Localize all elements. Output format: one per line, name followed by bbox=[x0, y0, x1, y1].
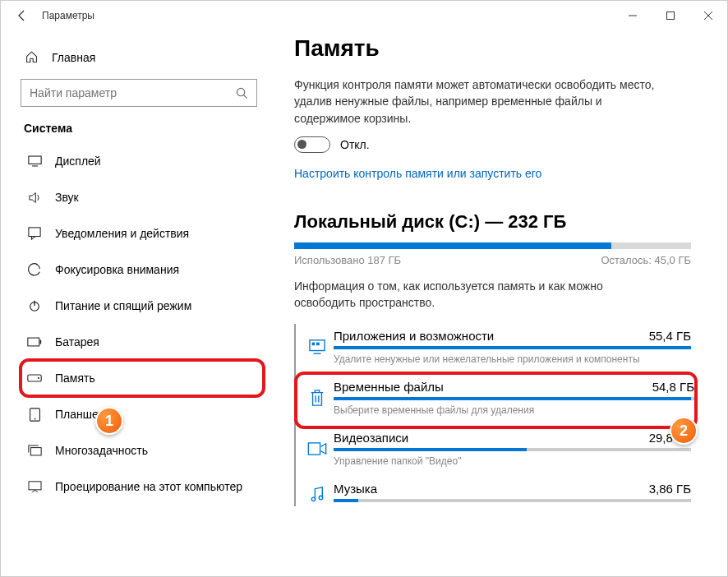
trash-icon bbox=[304, 389, 330, 407]
sidebar-item-label: Многозадачность bbox=[55, 444, 148, 457]
svg-point-4 bbox=[237, 88, 244, 95]
svg-point-24 bbox=[311, 498, 316, 502]
search-field[interactable] bbox=[30, 86, 236, 99]
category-apps[interactable]: Приложения и возможности55,4 ГБ Удалите … bbox=[296, 324, 691, 375]
svg-line-5 bbox=[244, 95, 247, 98]
configure-link[interactable]: Настроить контроль памяти или запустить … bbox=[294, 167, 541, 180]
search-input[interactable] bbox=[21, 79, 257, 107]
tablet-icon bbox=[27, 408, 42, 422]
sidebar-item-label: Проецирование на этот компьютер bbox=[55, 480, 242, 493]
window-controls bbox=[614, 2, 727, 29]
projecting-icon bbox=[27, 481, 42, 493]
sidebar-item-label: Питание и спящий режим bbox=[55, 299, 191, 312]
sidebar-item-battery[interactable]: Батарея bbox=[21, 324, 264, 360]
home-icon bbox=[24, 50, 39, 64]
svg-point-16 bbox=[34, 418, 35, 419]
focus-icon bbox=[27, 263, 42, 276]
battery-icon bbox=[27, 337, 42, 347]
info-text: Информация о том, как используется памят… bbox=[294, 278, 664, 312]
home-label: Главная bbox=[52, 51, 95, 64]
search-icon bbox=[236, 87, 248, 99]
svg-rect-11 bbox=[28, 338, 39, 346]
sidebar-item-projecting[interactable]: Проецирование на этот компьютер bbox=[21, 469, 264, 505]
notifications-icon bbox=[27, 227, 42, 240]
sidebar-item-label: Уведомления и действия bbox=[55, 227, 189, 240]
category-name: Приложения и возможности bbox=[334, 329, 494, 343]
section-title: Система bbox=[21, 122, 276, 135]
maximize-button[interactable] bbox=[652, 2, 689, 29]
svg-rect-6 bbox=[28, 156, 40, 164]
svg-rect-17 bbox=[30, 448, 41, 455]
category-desc: Управление папкой "Видео" bbox=[334, 455, 691, 467]
storage-sense-toggle[interactable] bbox=[294, 136, 330, 153]
power-icon bbox=[27, 299, 42, 312]
used-label: Использовано 187 ГБ bbox=[294, 254, 401, 266]
svg-rect-21 bbox=[312, 343, 316, 346]
display-icon bbox=[27, 155, 42, 167]
sidebar-item-label: Фокусировка внимания bbox=[55, 263, 179, 276]
category-temp-files[interactable]: Временные файлы54,8 ГБ Выберите временны… bbox=[297, 375, 694, 426]
sidebar-item-power[interactable]: Питание и спящий режим bbox=[21, 288, 264, 324]
sound-icon bbox=[27, 192, 42, 204]
svg-rect-12 bbox=[40, 340, 42, 344]
category-music[interactable]: Музыка3,86 ГБ bbox=[296, 477, 691, 506]
toggle-label: Откл. bbox=[340, 138, 370, 151]
page-title: Память bbox=[294, 35, 691, 62]
disk-heading: Локальный диск (C:) — 232 ГБ bbox=[294, 211, 691, 233]
svg-rect-1 bbox=[667, 12, 675, 20]
main-content: Память Функция контроля памяти может авт… bbox=[276, 30, 727, 577]
usage-meta: Использовано 187 ГБ Осталось: 45,0 ГБ bbox=[294, 254, 691, 266]
callout-badge-1: 1 bbox=[95, 407, 123, 435]
category-size: 3,86 ГБ bbox=[649, 482, 691, 496]
category-desc: Выберите временные файлы для удаления bbox=[334, 404, 694, 416]
sidebar-item-storage[interactable]: Память bbox=[21, 360, 264, 396]
svg-rect-23 bbox=[308, 443, 320, 455]
category-videos[interactable]: Видеозаписи29,8 ГБ Управление папкой "Ви… bbox=[296, 426, 691, 477]
storage-categories: Приложения и возможности55,4 ГБ Удалите … bbox=[294, 324, 691, 506]
minimize-button[interactable] bbox=[614, 2, 652, 29]
window-title: Параметры bbox=[42, 10, 94, 21]
sidebar-item-label: Память bbox=[55, 372, 95, 385]
sidebar-item-multitasking[interactable]: Многозадачность bbox=[21, 432, 264, 469]
category-desc: Удалите ненужные или нежелательные прило… bbox=[334, 353, 691, 365]
storage-icon bbox=[27, 374, 42, 382]
sidebar-item-focus[interactable]: Фокусировка внимания bbox=[21, 252, 264, 288]
video-icon bbox=[304, 442, 330, 455]
category-size: 54,8 ГБ bbox=[652, 380, 694, 394]
svg-point-14 bbox=[38, 377, 39, 379]
sidebar: Главная Система Дисплей Звук Уведомления… bbox=[1, 30, 276, 577]
storage-sense-description: Функция контроля памяти может автоматиче… bbox=[294, 76, 664, 127]
back-button[interactable] bbox=[11, 4, 34, 27]
multitasking-icon bbox=[27, 445, 42, 456]
category-name: Музыка bbox=[334, 482, 377, 496]
sidebar-item-notifications[interactable]: Уведомления и действия bbox=[21, 215, 264, 252]
music-icon bbox=[304, 486, 330, 502]
sidebar-item-sound[interactable]: Звук bbox=[21, 179, 264, 215]
category-name: Видеозаписи bbox=[334, 431, 408, 445]
sidebar-item-label: Батарея bbox=[55, 335, 99, 349]
category-name: Временные файлы bbox=[334, 380, 444, 394]
callout-badge-2: 2 bbox=[670, 417, 698, 445]
svg-rect-18 bbox=[29, 481, 41, 489]
svg-rect-19 bbox=[310, 340, 325, 351]
titlebar: Параметры bbox=[1, 1, 727, 30]
apps-icon bbox=[304, 339, 330, 355]
usage-bar bbox=[294, 242, 691, 249]
sidebar-item-label: Звук bbox=[55, 191, 79, 204]
svg-rect-22 bbox=[316, 343, 320, 346]
svg-rect-8 bbox=[29, 228, 40, 237]
sidebar-item-tablet[interactable]: Планшет bbox=[21, 396, 264, 432]
sidebar-item-label: Дисплей bbox=[55, 155, 101, 168]
home-link[interactable]: Главная bbox=[21, 45, 276, 79]
free-label: Осталось: 45,0 ГБ bbox=[601, 254, 691, 266]
category-size: 55,4 ГБ bbox=[649, 329, 691, 343]
svg-point-25 bbox=[319, 496, 323, 501]
storage-sense-toggle-row: Откл. bbox=[294, 136, 691, 153]
close-button[interactable] bbox=[689, 2, 727, 29]
sidebar-item-display[interactable]: Дисплей bbox=[21, 143, 264, 179]
